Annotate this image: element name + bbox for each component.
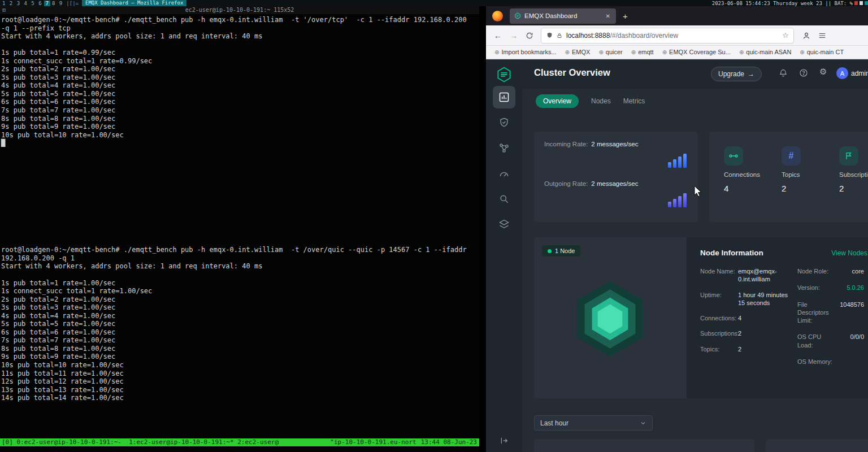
chart-card-stub-right (766, 439, 868, 452)
workspace-list[interactable]: 1 2 3 4 5 6 (2, 1, 42, 6)
globe-icon: ⊕ (631, 49, 636, 55)
new-tab-button[interactable]: + (623, 11, 628, 21)
sidebar-item-monitoring[interactable] (493, 86, 515, 108)
field-version: Version: 5.0.26 (797, 284, 864, 292)
os-status-bar: 1 2 3 4 5 6 7 8 9 |[|= EMQX Dashboard — … (0, 0, 868, 6)
url-bar[interactable]: localhost:8888 /#/dashboard/overview ☆ (541, 28, 793, 43)
terminal-window-icon: ⊞ (2, 6, 6, 14)
topics-label[interactable]: Topics (782, 171, 822, 178)
message-rate-card: Incoming Rate:2 messages/sec Outgoing Ra… (534, 132, 698, 222)
subscriptions-flag-icon (844, 151, 853, 160)
status-icon-red (854, 1, 858, 5)
terminal-line: Start with 4 workers, addrs pool size: 1… (1, 262, 478, 271)
forward-button[interactable]: → (510, 31, 518, 40)
bookmark-item[interactable]: ⊕ quicer (598, 49, 622, 55)
connections-label[interactable]: Connections (724, 171, 765, 178)
terminal-line: 4s pub total=4 rate=1.00/sec (1, 312, 478, 320)
time-range-value: Last hour (540, 419, 568, 427)
time-range-select[interactable]: Last hour (534, 415, 653, 431)
field-value: 2 (736, 329, 793, 337)
bookmark-star-icon[interactable]: ☆ (782, 31, 789, 40)
connections-icon (728, 151, 739, 161)
terminal-line: 3s pub total=3 rate=1.00/sec (1, 303, 478, 312)
upgrade-arrow-icon: → (748, 70, 754, 78)
sidebar-item-system[interactable] (493, 213, 515, 236)
sidebar-item-access-control[interactable] (493, 111, 515, 134)
terminal-titlebar: ⊞ ec2-user@ip-10-10-0-191:~ 115x52 (0, 6, 479, 14)
field-subscriptions: Subscriptions: 2 (700, 329, 793, 337)
settings-gear-icon[interactable]: ⚙ (819, 67, 827, 77)
tab-nodes[interactable]: Nodes (591, 97, 611, 105)
page-title: Cluster Overview (534, 67, 610, 78)
terminal-line: █ (1, 139, 478, 147)
menu-hamburger-icon[interactable] (818, 32, 826, 40)
tmux-window-list[interactable]: [0] 0:ec2-user@ip-10-10-0-191:~- 1:ec2-u… (0, 438, 279, 446)
terminal-line: 4s pub total=4 rate=1.00/sec (1, 81, 478, 90)
bookmark-item[interactable]: ⊕ quic-main CT (800, 49, 844, 55)
terminal-line (1, 155, 478, 164)
terminal-line: -q 1 --prefix tcp (1, 24, 478, 33)
sidebar-item-integration[interactable] (493, 137, 515, 159)
browser-tab-emqx-dashboard[interactable]: EMQX Dashboard ✕ (510, 8, 616, 24)
magnifier-icon (498, 193, 510, 205)
dashboard-main: Cluster Overview Upgrade → ⚙ A admin Ove… (522, 59, 868, 452)
field-value: 5.0.26 (835, 284, 864, 292)
tab-overview[interactable]: Overview (536, 94, 579, 108)
firefox-logo-icon[interactable] (492, 11, 503, 21)
collapse-sidebar-icon (500, 436, 509, 445)
bookmark-item[interactable]: ⊕ EMQX (565, 49, 591, 55)
field-label: Topics: (700, 345, 736, 353)
tracking-protection-shield-icon[interactable] (546, 32, 553, 39)
terminal-window[interactable]: ⊞ ec2-user@ip-10-10-0-191:~ 115x52 root@… (0, 6, 479, 452)
tab-title: EMQX Dashboard (524, 12, 605, 19)
lock-icon[interactable] (556, 32, 563, 39)
terminal-output[interactable]: root@loadgen-0:~/emqtt-bench# ./emqtt_be… (0, 14, 479, 402)
terminal-line: 6s pub total=6 rate=1.00/sec (1, 328, 478, 337)
sidebar-item-management[interactable] (493, 162, 515, 185)
terminal-line: 9s pub total=9 rate=1.00/sec (1, 123, 478, 131)
workspace-list-right[interactable]: 8 9 (52, 1, 63, 6)
emqx-logo-icon[interactable] (486, 66, 522, 83)
tmux-hostname: "ip-10-10-0-191.eu-nort (330, 438, 416, 446)
terminal-line (1, 164, 478, 172)
bookmark-item[interactable]: ⊕ quic-main ASAN (739, 49, 791, 55)
incoming-rate-sparkline (668, 153, 687, 168)
gauge-icon (498, 168, 510, 179)
notifications-bell-icon[interactable] (779, 68, 788, 77)
view-nodes-link[interactable]: View Nodes → (831, 249, 868, 257)
bookmark-item[interactable]: ⊕ Import bookmarks... (494, 49, 557, 55)
bar (683, 193, 687, 207)
terminal-line: root@loadgen-0:~/emqtt-bench# ./emqtt_be… (1, 246, 478, 254)
bookmark-item[interactable]: ⊕ EMQX Coverage Su... (662, 49, 731, 55)
reload-button[interactable] (526, 32, 533, 40)
collapse-sidebar-button[interactable] (486, 436, 522, 445)
help-icon[interactable] (799, 68, 808, 77)
account-icon[interactable] (802, 32, 810, 40)
terminal-line (1, 229, 478, 238)
chart-card-stub-left (534, 439, 754, 452)
tab-metrics[interactable]: Metrics (623, 97, 645, 105)
terminal-line: Start with 4 workers, addrs pool size: 1… (1, 32, 478, 41)
terminal-line (1, 221, 478, 230)
upgrade-button[interactable]: Upgrade → (711, 67, 762, 81)
bar (678, 196, 682, 207)
connections-counter: Connections 4 (724, 146, 765, 222)
terminal-line: 3s pub total=3 rate=1.00/sec (1, 73, 478, 82)
username-label[interactable]: admin (851, 69, 868, 77)
node-status-dot (548, 249, 552, 253)
bar (683, 154, 687, 168)
overview-tabs: Overview Nodes Metrics (536, 94, 645, 108)
tab-close-icon[interactable]: ✕ (605, 13, 611, 19)
sidebar-item-diagnose[interactable] (493, 188, 515, 210)
subscriptions-label[interactable]: Subscriptions (839, 171, 868, 178)
workspace-active[interactable]: 7 (44, 1, 50, 6)
bookmark-item[interactable]: ⊕ emqtt (631, 49, 654, 55)
avatar[interactable]: A (836, 67, 848, 79)
field-value: 0/0/0 (835, 333, 864, 349)
bar (668, 162, 671, 168)
bar (673, 199, 676, 207)
back-button[interactable]: ← (494, 31, 502, 40)
bookmark-label: Import bookmarks... (501, 49, 556, 55)
terminal-line: 1s pub total=1 rate=1.00/sec (1, 279, 478, 288)
screen: 1 2 3 4 5 6 7 8 9 |[|= EMQX Dashboard — … (0, 0, 868, 452)
